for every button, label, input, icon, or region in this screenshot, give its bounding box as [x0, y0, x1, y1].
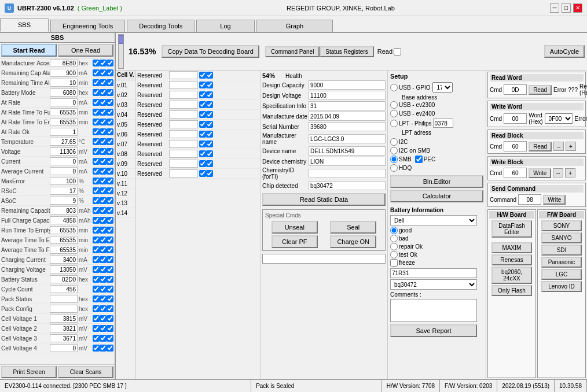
- sbs-check2[interactable]: [100, 99, 107, 106]
- save-report-button[interactable]: Save Report: [390, 324, 477, 337]
- lpt-value-input[interactable]: [433, 119, 453, 128]
- sbs-check1[interactable]: [93, 286, 100, 293]
- res-check2[interactable]: [206, 170, 213, 177]
- dataflash-editor-button[interactable]: DataFlash Editor: [491, 220, 532, 238]
- sbs-value-input[interactable]: [50, 69, 78, 77]
- sbs-check1[interactable]: [93, 138, 100, 145]
- design-field-input[interactable]: [309, 146, 386, 156]
- only-flash-button[interactable]: Only Flash: [491, 285, 532, 296]
- sbs-check1[interactable]: [93, 345, 100, 352]
- res-check2[interactable]: [206, 121, 213, 128]
- i2c-radio[interactable]: [390, 138, 398, 146]
- wb-minus-button[interactable]: --: [553, 168, 563, 177]
- sbs-check3[interactable]: [107, 119, 113, 125]
- tab-engineering[interactable]: Engineering Tools: [50, 20, 125, 32]
- chip-select[interactable]: bq30472bq30423: [390, 279, 477, 290]
- smb-radio[interactable]: [390, 156, 398, 163]
- lpt-radio[interactable]: [390, 120, 398, 127]
- usb-gpio-select[interactable]: 1718: [432, 82, 453, 93]
- sbs-value-input[interactable]: [50, 344, 78, 352]
- clear-pf-button[interactable]: Clear PF: [272, 235, 318, 248]
- sbs-check2[interactable]: [100, 256, 107, 263]
- rb-cmd-input[interactable]: [504, 141, 527, 151]
- charge-on-button[interactable]: Charge ON: [330, 235, 376, 248]
- sbs-check2[interactable]: [100, 236, 107, 243]
- design-field-input[interactable]: [309, 91, 386, 100]
- manufacturer-select[interactable]: DellSamsungLG: [390, 215, 477, 225]
- sbs-check1[interactable]: [93, 276, 100, 283]
- sbs-value-input[interactable]: [50, 197, 78, 205]
- rb-plus-button[interactable]: +: [566, 142, 576, 151]
- sbs-check1[interactable]: [93, 69, 100, 76]
- sbs-check1[interactable]: [93, 246, 100, 253]
- design-field-input[interactable]: [309, 157, 386, 166]
- hdq-radio[interactable]: [390, 164, 398, 172]
- sbs-check3[interactable]: [107, 158, 113, 165]
- sbs-value-input[interactable]: [50, 226, 78, 234]
- tab-decoding[interactable]: Decoding Tools: [127, 20, 195, 32]
- sbs-check1[interactable]: [93, 99, 100, 106]
- sbs-check1[interactable]: [93, 187, 100, 194]
- sbs-value-input[interactable]: [50, 167, 78, 175]
- good-radio[interactable]: [390, 227, 398, 234]
- bin-editor-button[interactable]: Bin.Editor: [390, 175, 483, 188]
- sbs-check2[interactable]: [100, 276, 107, 283]
- sbs-value-input[interactable]: [50, 79, 78, 87]
- sbs-check2[interactable]: [100, 207, 107, 214]
- maximize-button[interactable]: □: [562, 3, 571, 13]
- read-checkbox[interactable]: [394, 48, 401, 56]
- sbs-check1[interactable]: [93, 236, 100, 243]
- sbs-check2[interactable]: [100, 148, 107, 155]
- sbs-value-input[interactable]: [50, 295, 78, 303]
- unseal-button[interactable]: Unseal: [272, 221, 318, 234]
- bq2060-button[interactable]: bq2060, 24cXX: [491, 267, 532, 284]
- res-check1[interactable]: [199, 140, 206, 147]
- sbs-check2[interactable]: [100, 168, 107, 175]
- sbs-check2[interactable]: [100, 246, 107, 253]
- sbs-check2[interactable]: [100, 315, 107, 322]
- sbs-check3[interactable]: [107, 197, 113, 204]
- calculator-button[interactable]: Calculator: [390, 190, 483, 202]
- sdi-button[interactable]: SDI: [541, 245, 582, 256]
- sbs-check1[interactable]: [93, 335, 100, 342]
- sbs-check1[interactable]: [93, 79, 100, 86]
- design-field-input[interactable]: [309, 101, 386, 110]
- one-read-button[interactable]: One Read: [58, 44, 113, 57]
- sbs-check3[interactable]: [107, 325, 113, 332]
- sbs-value-input[interactable]: [50, 315, 78, 323]
- sbs-check2[interactable]: [100, 60, 107, 66]
- design-field-input[interactable]: [309, 134, 386, 143]
- res-check1[interactable]: [199, 170, 206, 177]
- sbs-value-input[interactable]: [50, 265, 78, 273]
- reserved-input[interactable]: [169, 169, 198, 177]
- sbs-check1[interactable]: [93, 305, 100, 312]
- sbs-check2[interactable]: [100, 119, 107, 125]
- sbs-value-input[interactable]: [50, 157, 78, 165]
- renesas-button[interactable]: Renesas: [491, 254, 532, 265]
- reserved-input[interactable]: [169, 150, 198, 158]
- sbs-value-input[interactable]: [50, 59, 78, 67]
- wb-write-button[interactable]: Write: [529, 168, 551, 178]
- sbs-check3[interactable]: [107, 227, 113, 234]
- sbs-check3[interactable]: [107, 168, 113, 175]
- ww-cmd-input[interactable]: [504, 113, 527, 124]
- reserved-input[interactable]: [169, 71, 198, 79]
- sbs-check3[interactable]: [107, 207, 113, 214]
- sony-button[interactable]: SONY: [541, 220, 582, 231]
- sbs-check1[interactable]: [93, 217, 100, 224]
- rw-cmd-input[interactable]: [504, 84, 527, 95]
- lgc-button[interactable]: LGC: [541, 269, 582, 280]
- sbs-value-input[interactable]: [50, 285, 78, 293]
- sbs-check2[interactable]: [100, 69, 107, 76]
- sbs-check1[interactable]: [93, 207, 100, 214]
- sbs-check2[interactable]: [100, 295, 107, 302]
- res-check1[interactable]: [199, 111, 206, 118]
- sbs-check3[interactable]: [107, 60, 113, 66]
- sbs-check3[interactable]: [107, 286, 113, 293]
- sbs-check2[interactable]: [100, 266, 107, 273]
- reserved-input[interactable]: [169, 81, 198, 89]
- sbs-check2[interactable]: [100, 128, 107, 135]
- sbs-value-input[interactable]: [50, 305, 78, 313]
- sbs-check3[interactable]: [107, 109, 113, 116]
- sbs-check2[interactable]: [100, 305, 107, 312]
